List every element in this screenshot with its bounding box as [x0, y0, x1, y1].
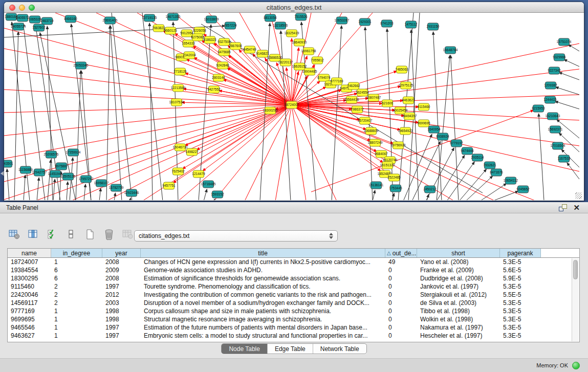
table-cell[interactable]: Estimation of the future numbers of pati… — [141, 323, 385, 332]
column-header-name[interactable]: name — [8, 249, 51, 257]
table-cell[interactable]: 1997 — [102, 323, 141, 332]
table-cell[interactable]: 2 — [51, 282, 102, 291]
graph-node-teal[interactable]: 2463719 — [40, 17, 54, 25]
table-cell[interactable]: 6 — [51, 266, 102, 274]
graph-node-yellow[interactable]: 15720407 — [358, 117, 373, 124]
table-cell[interactable]: Changes of HCN gene expression and I(f) … — [141, 258, 385, 266]
graph-node-yellow[interactable]: 2803144 — [212, 74, 225, 81]
graph-node-yellow[interactable]: 7986372 — [351, 106, 364, 113]
table-row[interactable]: 2242004622012Investigating the contribut… — [8, 291, 579, 299]
graph-node-teal[interactable]: 8215953 — [532, 105, 545, 112]
graph-node-teal[interactable]: 9227342 — [548, 67, 561, 74]
graph-node-teal[interactable]: 17359924 — [66, 149, 81, 156]
rows-icon[interactable] — [65, 229, 77, 240]
graph-node-yellow[interactable]: 18220137 — [278, 59, 293, 66]
graph-node-yellow[interactable]: 6794074 — [317, 74, 331, 81]
graph-node-yellow[interactable]: 18300295 — [263, 107, 278, 114]
table-cell[interactable]: 18724007 — [8, 258, 51, 266]
graph-node-teal[interactable]: 7857224 — [224, 22, 237, 29]
table-cell[interactable]: Genome-wide association studies in ADHD. — [141, 266, 385, 274]
table-cell[interactable]: Wolkin et al. (1998) — [417, 315, 500, 323]
graph-node-teal[interactable]: 20691406 — [103, 17, 118, 24]
table-cell[interactable]: 0 — [385, 282, 417, 291]
graph-node-teal[interactable]: 10719135 — [142, 14, 157, 21]
graph-node-teal[interactable]: 1753445 — [389, 185, 402, 192]
graph-node-yellow[interactable]: 16151322 — [380, 162, 395, 169]
new-column-icon[interactable] — [84, 229, 96, 240]
table-row[interactable]: 969969511998Structural magnetic resonanc… — [8, 315, 579, 323]
table-cell[interactable]: 9463627 — [8, 332, 51, 340]
select-all-icon[interactable] — [46, 229, 58, 240]
graph-node-teal[interactable]: 9975887 — [55, 163, 68, 170]
network-graph[interactable]: 1872400718300295766382296601255912954165… — [4, 13, 583, 200]
graph-node-yellow[interactable]: 2718126 — [173, 68, 187, 75]
table-cell[interactable]: 5.5E-5 — [500, 291, 541, 299]
graph-node-teal[interactable]: 1929301 — [358, 18, 372, 26]
collapse-panel-icon[interactable] — [1, 171, 4, 176]
table-cell[interactable]: 5.3E-5 — [500, 282, 541, 291]
table-selector-dropdown[interactable]: citations_edges.txt — [134, 230, 338, 242]
table-cell[interactable]: Corpus callosum shape and size in male p… — [141, 307, 385, 315]
window-titlebar[interactable]: citations_edges.txt — [4, 2, 584, 13]
graph-node-teal[interactable]: 9474444 — [461, 147, 474, 155]
vertical-scrollbar[interactable] — [572, 258, 579, 341]
graph-node-teal[interactable]: 16210643 — [546, 113, 560, 120]
graph-node-yellow[interactable]: 8275083 — [191, 34, 204, 41]
graph-node-yellow[interactable]: 2867608 — [229, 42, 242, 50]
table-cell[interactable]: 2008 — [102, 274, 141, 282]
graph-node-teal[interactable]: 1167533 — [558, 155, 571, 162]
table-row[interactable]: 1456911722003Disruption of a novel membe… — [8, 299, 579, 307]
graph-node-yellow[interactable]: 10807487 — [366, 94, 381, 101]
table-row[interactable]: 1938455462009Genome-wide association stu… — [8, 266, 579, 274]
table-cell[interactable]: 5.3E-5 — [500, 307, 541, 315]
graph-node-teal[interactable]: 16648784 — [443, 47, 458, 54]
table-cell[interactable]: de Silva et al. (2003) — [417, 299, 500, 307]
network-canvas[interactable]: 1872400718300295766382296601255912954165… — [4, 13, 583, 200]
close-panel-icon[interactable]: ✕ — [573, 204, 580, 211]
graph-node-yellow[interactable]: 2342004 — [183, 52, 196, 59]
graph-node-teal[interactable]: 14671355 — [166, 13, 181, 20]
table-cell[interactable]: 49 — [385, 258, 417, 266]
graph-node-teal[interactable]: 25053346 — [74, 62, 89, 69]
graph-node-teal[interactable]: 8938924 — [436, 133, 449, 140]
graph-node-teal[interactable]: 15751074 — [557, 38, 572, 46]
table-row[interactable]: 1830029562008Estimation of significance … — [8, 274, 579, 282]
table-cell[interactable]: 1 — [51, 258, 102, 266]
table-cell[interactable]: 1997 — [102, 282, 141, 291]
table-row[interactable]: 911546021997Tourette syndrome. Phenomeno… — [8, 282, 579, 291]
graph-node-yellow[interactable]: 18494357 — [402, 113, 417, 120]
graph-node-teal[interactable]: 1527602 — [32, 24, 46, 31]
table-cell[interactable]: Tourette syndrome. Phenomenology and cla… — [141, 282, 385, 291]
tab-network-table[interactable]: Network Table — [313, 344, 366, 354]
table-cell[interactable]: 14569117 — [8, 299, 51, 307]
graph-node-teal[interactable]: 16958107 — [94, 180, 109, 187]
graph-node-teal[interactable]: 9329966 — [553, 54, 566, 61]
table-cell[interactable]: 9115460 — [8, 282, 51, 291]
table-cell[interactable]: 2 — [51, 291, 102, 299]
graph-node-teal[interactable]: 1244415 — [543, 96, 557, 103]
graph-node-yellow[interactable]: 7485063 — [395, 66, 408, 73]
table-cell[interactable]: 5.9E-5 — [500, 274, 541, 282]
table-row[interactable]: 1872400712008Changes of HCN gene express… — [8, 258, 579, 266]
tab-node-table[interactable]: Node Table — [222, 344, 267, 354]
graph-node-yellow[interactable]: 7955812 — [311, 57, 324, 64]
graph-node-teal[interactable]: 20206576 — [44, 151, 59, 158]
graph-node-teal[interactable]: 24055724 — [11, 23, 26, 30]
table-cell[interactable]: 1 — [51, 323, 102, 332]
graph-node-teal[interactable]: 2405572 — [16, 14, 29, 21]
table-cell[interactable]: 22420046 — [8, 291, 51, 299]
resize-grip[interactable] — [575, 192, 582, 199]
graph-node-yellow[interactable]: 10688609 — [364, 127, 379, 135]
graph-node-yellow[interactable]: 7625402 — [171, 168, 185, 175]
table-cell[interactable]: 5.3E-5 — [500, 332, 541, 340]
graph-node-teal[interactable]: 8741203 — [380, 20, 394, 27]
table-cell[interactable]: 5.3E-5 — [500, 299, 541, 307]
table-cell[interactable]: 9465546 — [8, 323, 51, 332]
graph-node-yellow[interactable]: 9777169 — [330, 78, 343, 85]
table-cell[interactable]: 0 — [385, 323, 417, 332]
table-cell[interactable]: Yano et al. (2008) — [417, 258, 500, 266]
table-cell[interactable]: Disruption of a novel member of a sodium… — [141, 299, 385, 307]
table-cell[interactable]: 1997 — [102, 332, 141, 340]
graph-node-teal[interactable]: 13505135 — [61, 173, 76, 180]
graph-node-teal[interactable]: 17016504 — [551, 142, 565, 149]
